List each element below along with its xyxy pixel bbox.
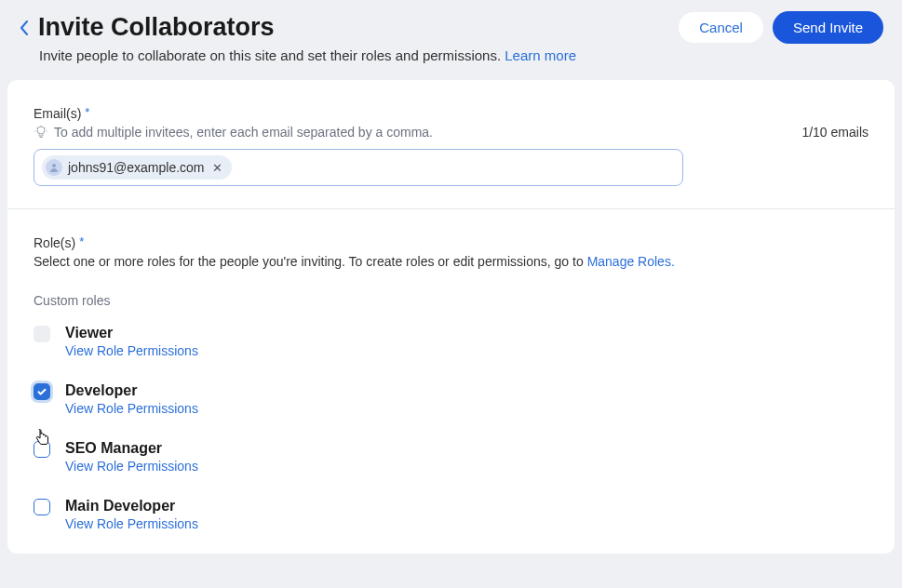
role-item-viewer: Viewer View Role Permissions (34, 325, 868, 358)
role-item-main-developer: Main Developer View Role Permissions (34, 498, 868, 531)
checkbox-developer[interactable] (34, 383, 50, 400)
avatar-icon (46, 159, 62, 176)
view-permissions-link[interactable]: View Role Permissions (65, 401, 198, 416)
send-invite-button[interactable]: Send Invite (773, 11, 883, 44)
emails-section: Email(s) * To add multiple invitees, ent… (7, 80, 895, 208)
role-name: SEO Manager (65, 440, 198, 457)
custom-roles-label: Custom roles (34, 293, 868, 308)
emails-label: Email(s) (34, 106, 81, 121)
cancel-button[interactable]: Cancel (679, 12, 763, 43)
required-asterisk: * (79, 234, 84, 248)
role-item-developer: Developer View Role Permissions (34, 382, 868, 416)
role-name: Viewer (65, 325, 198, 341)
roles-section: Role(s) * Select one or more roles for t… (7, 208, 895, 554)
back-icon[interactable] (19, 20, 29, 36)
checkbox-main-developer[interactable] (34, 499, 50, 515)
remove-chip-icon[interactable]: ✕ (212, 161, 222, 175)
emails-input[interactable]: johns91@example.com ✕ (34, 149, 683, 186)
role-item-seo-manager: SEO Manager View Role Permissions (34, 440, 868, 474)
email-count: 1/10 emails (801, 125, 868, 140)
page-title: Invite Collaborators (38, 13, 275, 42)
manage-roles-link[interactable]: Manage Roles. (587, 254, 675, 269)
emails-hint: To add multiple invitees, enter each ema… (54, 125, 433, 140)
view-permissions-link[interactable]: View Role Permissions (65, 343, 198, 358)
role-name: Developer (65, 382, 198, 399)
required-asterisk: * (85, 105, 89, 119)
svg-point-0 (37, 127, 45, 134)
view-permissions-link[interactable]: View Role Permissions (65, 516, 198, 531)
roles-help-text: Select one or more roles for the people … (34, 254, 868, 269)
svg-point-1 (52, 164, 56, 167)
page-subtitle: Invite people to collaborate on this sit… (39, 47, 883, 63)
email-chip-value: johns91@example.com (68, 160, 205, 175)
email-chip: johns91@example.com ✕ (42, 155, 232, 180)
view-permissions-link[interactable]: View Role Permissions (65, 459, 198, 474)
checkbox-viewer[interactable] (34, 326, 50, 342)
checkbox-seo-manager[interactable] (34, 441, 50, 458)
roles-label: Role(s) (34, 235, 75, 250)
role-name: Main Developer (65, 498, 198, 514)
learn-more-link[interactable]: Learn more (505, 47, 576, 63)
lightbulb-icon (34, 125, 48, 140)
